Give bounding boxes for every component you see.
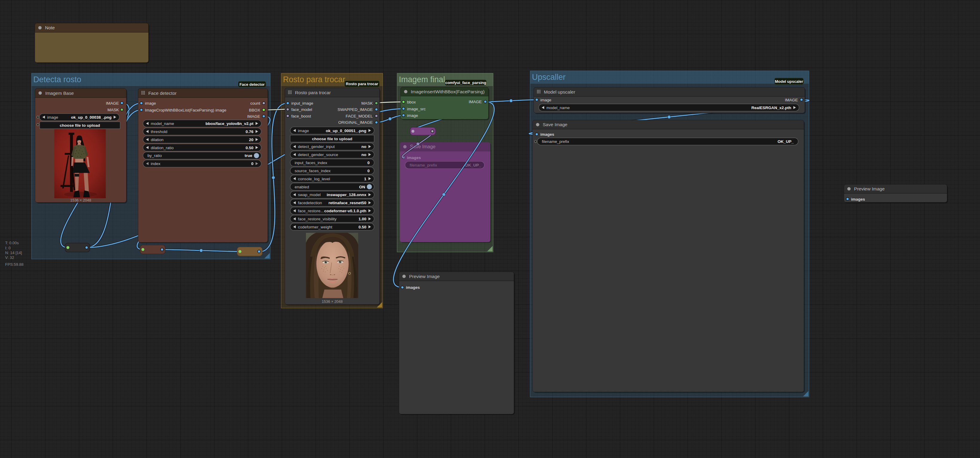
svg-text:1: 1 (364, 177, 366, 181)
svg-text:FPS:59.88: FPS:59.88 (5, 262, 23, 267)
svg-text:count: count (250, 101, 260, 105)
svg-text:Upscaller: Upscaller (532, 73, 566, 81)
svg-text:IMAGE: IMAGE (785, 98, 798, 102)
svg-text:ImageCropWithBBoxList(FacePars: ImageCropWithBBoxList(FaceParsing) image (145, 108, 226, 112)
svg-text:index: index (151, 161, 161, 166)
svg-text:RealESRGAN_x2.pth: RealESRGAN_x2.pth (751, 105, 792, 110)
svg-text:1536 × 2048: 1536 × 2048 (70, 198, 91, 203)
svg-text:images: images (851, 197, 865, 201)
svg-text:MASK: MASK (361, 101, 373, 105)
svg-text:Preview Image: Preview Image (409, 274, 440, 279)
svg-text:image_src: image_src (407, 107, 426, 111)
svg-text:Rosto para trocar: Rosto para trocar (295, 90, 331, 95)
svg-text:ON: ON (359, 185, 365, 189)
svg-text:Model upscaler: Model upscaler (775, 79, 803, 84)
svg-text:0: 0 (368, 161, 370, 165)
svg-text:console_log_level: console_log_level (298, 177, 330, 181)
svg-text:input_faces_index: input_faces_index (295, 161, 327, 165)
svg-text:image: image (407, 113, 418, 118)
svg-text:Rosto para trocar: Rosto para trocar (346, 81, 378, 86)
svg-text:filename_prefix: filename_prefix (542, 139, 569, 144)
svg-text:codeformer-v0.1.0.pth: codeformer-v0.1.0.pth (325, 209, 366, 213)
svg-text:dilation: dilation (151, 137, 164, 142)
svg-text:ImageInsertWithBBox(FaceParsin: ImageInsertWithBBox(FaceParsing) (411, 89, 484, 94)
svg-text:face_restore...: face_restore... (298, 209, 324, 213)
svg-text:facedetection: facedetection (298, 201, 322, 205)
svg-text:images: images (406, 285, 420, 290)
svg-text:image: image (298, 129, 309, 133)
svg-text:I: 0: I: 0 (5, 246, 10, 250)
svg-text:T: 0.00s: T: 0.00s (5, 241, 19, 245)
svg-text:SWAPPED_IMAGE: SWAPPED_IMAGE (337, 107, 373, 112)
svg-text:choose file to upload: choose file to upload (312, 137, 352, 141)
svg-text:comfyui_face_parsing: comfyui_face_parsing (445, 80, 486, 85)
svg-text:0: 0 (251, 161, 254, 166)
svg-text:IMAGE: IMAGE (106, 101, 119, 105)
svg-text:FACE_MODEL: FACE_MODEL (345, 114, 373, 118)
svg-text:ok_up_0_00038_.png: ok_up_0_00038_.png (71, 115, 112, 120)
svg-text:OK_UP_: OK_UP_ (778, 139, 794, 144)
svg-text:0.50: 0.50 (245, 145, 253, 150)
svg-text:images: images (407, 155, 421, 160)
svg-text:BBOX: BBOX (249, 108, 260, 112)
svg-text:filename_prefix: filename_prefix (410, 163, 437, 168)
svg-text:true: true (245, 153, 252, 158)
svg-text:choose file to upload: choose file to upload (60, 123, 100, 128)
svg-text:detect_gender_input: detect_gender_input (298, 144, 335, 149)
svg-text:1536 × 2048: 1536 × 2048 (322, 300, 343, 304)
svg-text:0: 0 (368, 169, 370, 173)
svg-text:ok_up_0_00051_.png: ok_up_0_00051_.png (326, 129, 366, 133)
svg-text:threshold: threshold (151, 129, 167, 134)
svg-text:by_ratio: by_ratio (148, 153, 162, 158)
svg-text:N: 14 [14]: N: 14 [14] (5, 251, 22, 255)
svg-text:bbox/face_yolov8n_v2.pt: bbox/face_yolov8n_v2.pt (205, 121, 254, 126)
svg-text:retinaface_resnet50: retinaface_resnet50 (329, 201, 366, 205)
svg-text:Imagem Base: Imagem Base (45, 91, 74, 96)
svg-text:images: images (540, 132, 554, 137)
svg-text:Preview Image: Preview Image (854, 186, 885, 191)
svg-text:OK_UP_: OK_UP_ (465, 163, 482, 168)
svg-text:1.00: 1.00 (358, 217, 366, 221)
svg-text:V: 32: V: 32 (5, 255, 14, 260)
svg-text:image: image (145, 101, 156, 105)
svg-text:Save Image: Save Image (543, 122, 568, 127)
svg-text:source_faces_index: source_faces_index (295, 169, 331, 173)
svg-text:ORIGINAL_IMAGE: ORIGINAL_IMAGE (339, 120, 373, 124)
svg-text:0.76: 0.76 (245, 129, 254, 134)
svg-text:swap_model: swap_model (298, 193, 321, 197)
svg-text:Face detector: Face detector (148, 91, 177, 96)
svg-text:input_image: input_image (291, 101, 313, 105)
svg-text:IMAGE: IMAGE (247, 114, 260, 119)
svg-text:bbox: bbox (407, 100, 416, 104)
svg-text:Detecta rosto: Detecta rosto (33, 75, 81, 84)
svg-text:Imagem final: Imagem final (399, 75, 445, 84)
svg-text:Note: Note (45, 25, 55, 30)
svg-text:Model upscaler: Model upscaler (544, 89, 575, 94)
svg-text:dilation_ratio: dilation_ratio (151, 145, 174, 150)
svg-text:image: image (47, 115, 58, 120)
svg-text:no: no (361, 152, 366, 157)
svg-text:face_restore_visibility: face_restore_visibility (298, 217, 337, 221)
svg-text:codeformer_weight: codeformer_weight (298, 225, 332, 229)
svg-text:Rosto para trocar: Rosto para trocar (283, 75, 345, 84)
svg-text:face_model: face_model (291, 107, 312, 112)
svg-text:0.50: 0.50 (358, 225, 366, 229)
svg-text:no: no (361, 144, 366, 149)
svg-text:enabled: enabled (295, 185, 309, 189)
svg-text:model_name: model_name (547, 105, 570, 110)
svg-text:image: image (540, 98, 551, 102)
svg-text:face_boost: face_boost (291, 114, 311, 118)
svg-text:IMAGE: IMAGE (469, 99, 482, 104)
svg-text:inswapper_128.onnx: inswapper_128.onnx (327, 193, 366, 197)
svg-text:model_name: model_name (151, 121, 174, 126)
svg-text:Face detector: Face detector (240, 82, 265, 87)
svg-text:detect_gender_source: detect_gender_source (298, 152, 338, 157)
svg-text:MASK: MASK (108, 108, 119, 112)
svg-text:20: 20 (249, 137, 254, 142)
